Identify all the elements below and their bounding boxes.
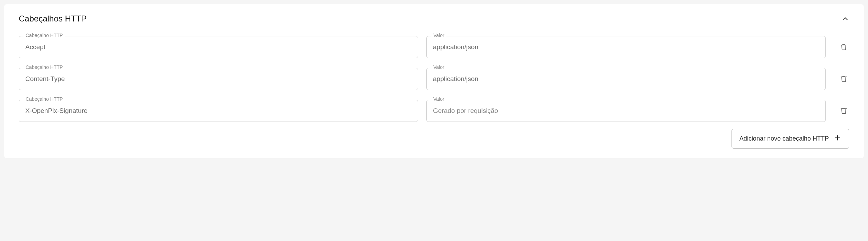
plus-icon xyxy=(834,134,841,143)
trash-icon[interactable] xyxy=(840,75,848,83)
header-value-field: Valor xyxy=(426,36,826,58)
header-value-field: Valor xyxy=(426,68,826,90)
field-label: Cabeçalho HTTP xyxy=(24,65,65,70)
add-header-button[interactable]: Adicionar novo cabeçalho HTTP xyxy=(732,129,849,149)
header-value-input[interactable] xyxy=(426,100,826,122)
card-title: Cabeçalhos HTTP xyxy=(19,14,87,24)
header-row: Cabeçalho HTTP Valor xyxy=(19,100,849,122)
header-name-field: Cabeçalho HTTP xyxy=(19,100,418,122)
header-rows: Cabeçalho HTTP Valor Cabeçalho HTTP xyxy=(19,36,849,122)
card-footer: Adicionar novo cabeçalho HTTP xyxy=(19,129,849,149)
header-value-input[interactable] xyxy=(426,36,826,58)
chevron-up-icon[interactable] xyxy=(841,15,849,23)
header-row: Cabeçalho HTTP Valor xyxy=(19,36,849,58)
header-name-input[interactable] xyxy=(19,68,418,90)
header-name-field: Cabeçalho HTTP xyxy=(19,36,418,58)
add-header-button-label: Adicionar novo cabeçalho HTTP xyxy=(739,135,829,142)
field-label: Valor xyxy=(431,97,446,101)
header-value-input[interactable] xyxy=(426,68,826,90)
field-label: Cabeçalho HTTP xyxy=(24,33,65,38)
card-header: Cabeçalhos HTTP xyxy=(19,14,849,24)
http-headers-card: Cabeçalhos HTTP Cabeçalho HTTP Valor xyxy=(4,4,864,158)
header-name-field: Cabeçalho HTTP xyxy=(19,68,418,90)
header-row: Cabeçalho HTTP Valor xyxy=(19,68,849,90)
header-name-input[interactable] xyxy=(19,100,418,122)
field-label: Valor xyxy=(431,65,446,70)
trash-icon[interactable] xyxy=(840,107,848,115)
field-label: Cabeçalho HTTP xyxy=(24,97,65,101)
trash-icon[interactable] xyxy=(840,43,848,51)
field-label: Valor xyxy=(431,33,446,38)
header-value-field: Valor xyxy=(426,100,826,122)
header-name-input[interactable] xyxy=(19,36,418,58)
